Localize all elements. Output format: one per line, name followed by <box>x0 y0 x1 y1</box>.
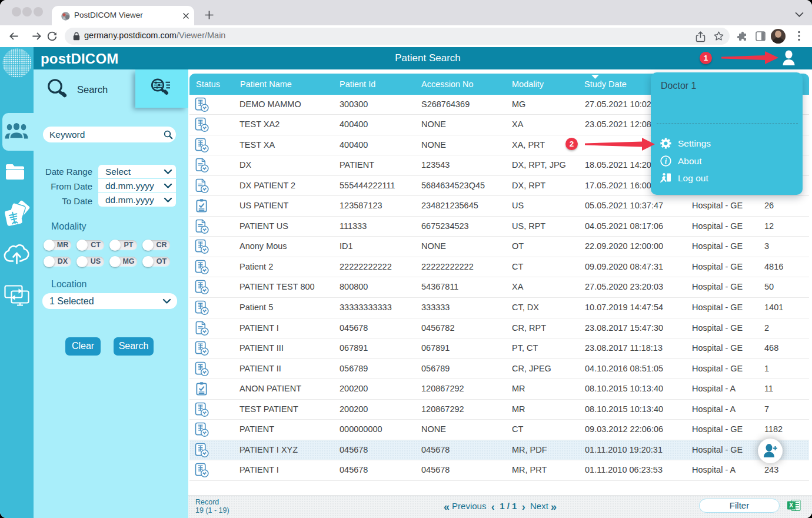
svg-text:i: i <box>665 157 667 165</box>
svg-text:X: X <box>789 502 793 509</box>
